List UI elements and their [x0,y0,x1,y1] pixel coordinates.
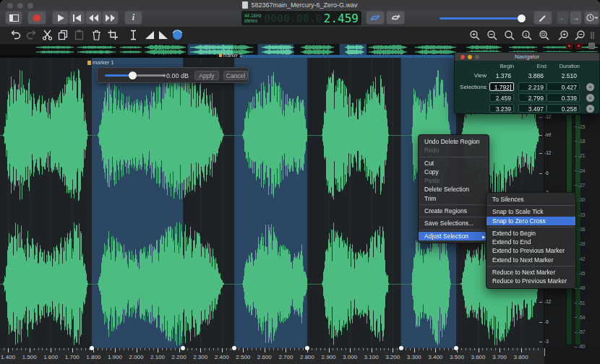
zoom-vertical-in-button[interactable] [557,30,569,41]
view-duration: 2.510 [547,71,580,79]
delete-selection-button[interactable]: × [586,105,594,113]
selection-edge-handle[interactable] [399,346,403,350]
zoom-one-to-one-button[interactable]: 1 [521,30,533,41]
info-button[interactable]: i [124,11,142,25]
zoom-fit-button[interactable] [504,30,515,41]
menu-item-to-silences[interactable]: To Silences [487,195,575,204]
meter-scale-label: -27 [578,183,585,188]
zoom-vertical-out-button[interactable] [574,30,586,41]
navigator-zoom-icon[interactable] [475,55,479,59]
selection-duration-cell[interactable]: 0.427 [547,82,580,91]
delete-selection-button[interactable]: × [586,83,594,91]
fast-forward-button[interactable] [102,11,119,25]
fade-in-button[interactable] [145,30,156,41]
record-button[interactable] [27,11,46,25]
selection-edge-handle[interactable] [305,346,309,350]
selection-end-cell[interactable]: 2.219 [518,82,547,91]
menu-item-trim[interactable]: Trim [419,194,489,203]
delete-selection-button[interactable]: × [586,94,594,102]
selection-edge-handle[interactable] [454,346,458,350]
meter-scale-label: -54 [578,315,585,320]
loop-selection-button[interactable] [386,11,405,25]
gain-slider-knob[interactable] [129,72,137,79]
menu-item-snap-to-zero-cross[interactable]: Snap to Zero Cross [487,217,575,225]
column-begin: Begin [489,63,514,69]
selection-begin-cell[interactable]: 1.792 [489,82,514,91]
go-to-start-button[interactable] [69,11,85,25]
bottom-right-corner [544,348,600,364]
timeline-ruler[interactable]: 1.4001.5001.6001.7001.8001.9002.0002.100… [0,348,544,364]
copy-button[interactable] [58,30,69,41]
marker-1[interactable]: marker 1 [87,59,114,66]
marker-flag-icon [219,53,222,57]
menu-item-adjust-selection[interactable]: Adjust Selection▶ [419,232,489,240]
pencil-button[interactable] [533,11,552,25]
menu-item-extend-to-next-marker[interactable]: Extend to Next Marker [487,256,575,264]
marker-tool-button[interactable] [128,30,140,41]
navigator-close-icon[interactable] [460,55,465,59]
meter-scale-label: -21 [578,153,585,158]
menu-item-snap-to-scale-tick[interactable]: Snap to Scale Tick [487,207,575,216]
menu-item-reduce-to-previous-marker[interactable]: Reduce to Previous Marker [487,277,575,285]
zoom-out-button[interactable] [487,30,498,41]
apply-button[interactable]: Apply [194,71,219,80]
menu-item-undo-delete-region[interactable]: Undo Delete Region [419,137,489,146]
selection-begin-cell[interactable]: 2.459 [489,93,514,102]
meter-settings-icon[interactable] [588,43,595,49]
view-end: 3.886 [518,71,547,79]
history-back-button[interactable]: ← [557,11,569,25]
selection-end-cell[interactable]: 2.799 [518,93,547,102]
toolbar-drag-handle[interactable] [593,32,594,39]
meter-scale-label: -24 [578,168,585,173]
menu-item-delete-selection[interactable]: Delete Selection [419,185,489,194]
cut-button[interactable] [42,30,53,41]
volume-slider[interactable] [440,17,525,20]
zoom-selection-button[interactable] [539,30,550,41]
navigator-minimize-icon[interactable] [468,55,472,59]
selection-duration-cell[interactable]: 0.258 [547,104,580,113]
marker-label: marker 1 [93,59,114,66]
trim-button[interactable] [108,30,119,41]
redo-button[interactable] [26,30,38,41]
menu-item-copy[interactable]: Copy [419,168,489,176]
cancel-button[interactable]: Cancel [223,71,248,80]
selection-edge-handle[interactable] [90,346,94,350]
sidebar-toggle-button[interactable] [5,11,22,25]
history-menu-button[interactable] [584,11,599,25]
fade-out-button[interactable] [158,30,169,41]
menu-item-redo: Redo [419,146,489,155]
submenu-arrow-icon: ▶ [482,233,486,240]
menu-item-save-selections[interactable]: Save Selections... [419,219,489,228]
selection-begin-cell[interactable]: 3.239 [489,104,514,113]
toolbar-drag-handle[interactable] [591,32,592,39]
overview-marker[interactable]: marker 1 [219,53,242,58]
gain-value: +0.00 dB [163,72,189,79]
menu-item-extend-to-begin[interactable]: Extend to Begin [487,229,575,238]
volume-slider-knob[interactable] [518,14,526,22]
meter-scale-label: -42 [578,256,585,261]
major-tick [222,348,223,352]
pencil-icon [539,14,547,22]
navigator-titlebar[interactable]: Navigator [455,53,599,61]
zoom-in-button[interactable] [469,30,481,41]
menu-item-reduce-to-next-marker[interactable]: Reduce to Next Marker [487,268,575,277]
adjust-selection-submenu: To SilencesSnap to Scale TickSnap to Zer… [486,192,576,289]
lcd-ghost-digits: 0000:00.0 [262,12,322,24]
paste-button[interactable] [74,30,85,41]
loop-playback-button[interactable] [366,11,385,25]
menu-item-extend-to-previous-marker[interactable]: Extend to Previous Marker [487,246,575,255]
effects-ball-button[interactable] [172,30,184,41]
menu-item-create-regions[interactable]: Create Regions [419,207,489,215]
time-label: 3.800 [509,354,533,360]
history-forward-button[interactable]: → [570,11,582,25]
rewind-button[interactable] [85,11,102,25]
play-button[interactable] [52,11,69,25]
selection-end-cell[interactable]: 3.497 [518,104,547,113]
delete-button[interactable] [91,30,103,41]
major-tick [479,348,479,352]
selection-duration-cell[interactable]: 0.339 [547,93,580,102]
gain-slider-track[interactable] [133,74,165,77]
menu-item-cut[interactable]: Cut [419,159,489,168]
menu-item-extend-to-end[interactable]: Extend to End [487,238,575,246]
undo-button[interactable] [10,30,22,41]
